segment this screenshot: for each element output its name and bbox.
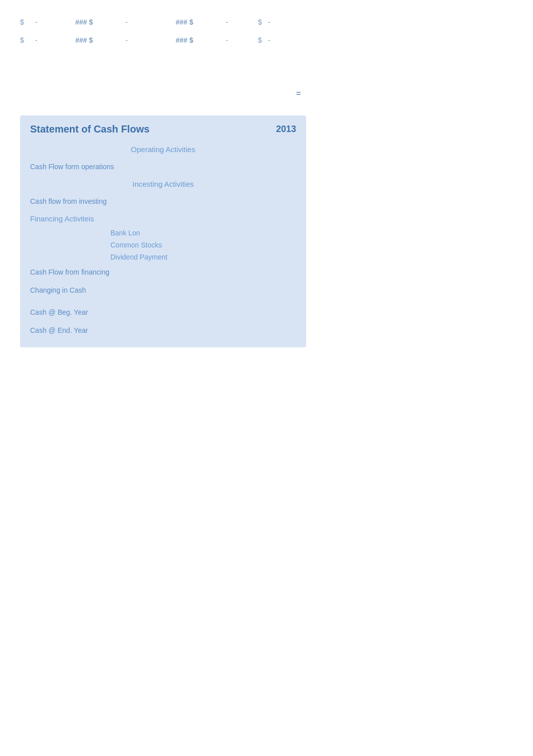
statement-of-cash-flows: Statement of Cash Flows 2013 Operating A… <box>20 115 306 347</box>
dollar-sign-4: $ <box>258 36 268 44</box>
incesting-activities-header: Incesting Activities <box>20 176 306 192</box>
dividend-payment-item: Dividend Payment <box>20 251 306 263</box>
hash-3: ### $ <box>75 36 125 44</box>
dash-4: - <box>268 18 298 26</box>
number-row-1: $ - ### $ - ### $ - $ - <box>20 14 513 30</box>
dash-1: - <box>35 18 75 26</box>
cash-beg-year-row: Cash @ Beg. Year <box>20 303 306 321</box>
dash-8: - <box>268 36 298 44</box>
dollar-sign-1: $ <box>20 18 35 26</box>
financing-activities-header: Financing Activiteis <box>20 210 306 227</box>
cash-flow-investing-row: Cash flow from investing <box>20 192 306 210</box>
cash-flow-operations-row: Cash Flow form operations <box>20 158 306 176</box>
hash-1: ### $ <box>75 18 125 26</box>
changing-in-cash-row: Changing in Cash <box>20 281 306 299</box>
dash-6: - <box>125 36 176 44</box>
cash-end-year-row: Cash @ End. Year <box>20 321 306 339</box>
hash-4: ### $ <box>176 36 226 44</box>
bank-lon-item: Bank Lon <box>20 227 306 239</box>
operating-activities-header: Operating Activities <box>20 141 306 158</box>
statement-header: Statement of Cash Flows 2013 <box>20 115 306 141</box>
dollar-sign-2: $ <box>258 18 268 26</box>
dash-7: - <box>226 36 256 44</box>
cash-flow-financing-row: Cash Flow from financing <box>20 263 306 281</box>
dash-3: - <box>226 18 256 26</box>
common-stocks-item: Common Stocks <box>20 239 306 251</box>
dash-2: - <box>125 18 176 26</box>
dash-5: - <box>35 36 75 44</box>
hash-2: ### $ <box>176 18 226 26</box>
statement-year: 2013 <box>276 124 296 135</box>
top-number-rows: $ - ### $ - ### $ - $ - $ - ### $ - ### … <box>0 14 533 50</box>
number-row-2: $ - ### $ - ### $ - $ - <box>20 32 513 48</box>
divider-space <box>20 299 306 303</box>
dollar-sign-3: $ <box>20 36 35 44</box>
equals-sign: = <box>296 89 301 98</box>
statement-title: Statement of Cash Flows <box>30 123 150 135</box>
